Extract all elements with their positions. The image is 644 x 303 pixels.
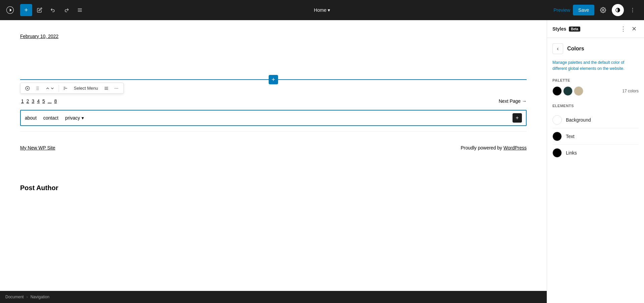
swatch-tan[interactable]	[574, 86, 583, 96]
colors-description: Manage palettes and the default color of…	[552, 59, 639, 72]
background-label: Background	[566, 117, 591, 123]
wordpress-link[interactable]: WordPress	[503, 145, 527, 150]
links-label: Links	[566, 150, 577, 156]
panel-content: ‹ Colors Manage palettes and the default…	[547, 38, 644, 303]
svg-point-13	[38, 87, 39, 87]
elements-section-label: ELEMENTS	[552, 104, 639, 108]
select-menu-button[interactable]: Select Menu	[71, 84, 101, 92]
add-block-button[interactable]: +	[20, 4, 32, 16]
links-swatch	[552, 148, 562, 158]
colors-title: Colors	[567, 46, 584, 52]
add-block-line: +	[20, 79, 527, 80]
chevron-down-icon: ▾	[328, 7, 330, 13]
add-block-plus-button[interactable]: +	[269, 75, 278, 84]
palette-section: PALETTE 17 colors	[552, 78, 639, 96]
contrast-button[interactable]	[612, 4, 624, 16]
list-view-button[interactable]	[74, 4, 86, 16]
justify-left-button[interactable]	[61, 85, 70, 92]
element-links[interactable]: Links	[552, 145, 639, 161]
nav-item-about[interactable]: about	[25, 115, 37, 121]
top-toolbar: + Home ▾ Preview Save	[0, 0, 644, 20]
nav-add-item-button[interactable]: +	[513, 113, 522, 123]
page-5[interactable]: 5	[41, 98, 46, 104]
svg-point-26	[117, 88, 118, 89]
breadcrumb-separator: ›	[26, 295, 28, 299]
svg-point-12	[37, 87, 37, 87]
elements-section: ELEMENTS Background Text Links	[552, 104, 639, 161]
save-button[interactable]: Save	[573, 5, 594, 15]
colors-header: ‹ Colors	[552, 43, 639, 54]
toolbar-right-actions: Preview Save	[553, 4, 639, 16]
nav-items: about contact privacy ▾	[25, 115, 84, 121]
block-toolbar: Select Menu	[20, 83, 124, 94]
beta-badge: Beta	[569, 27, 580, 32]
palette-section-label: PALETTE	[552, 78, 639, 82]
page-selector-dropdown[interactable]: Home ▾	[314, 7, 330, 13]
page-8[interactable]: 8	[53, 98, 58, 104]
undo-button[interactable]	[47, 4, 59, 16]
preview-button[interactable]: Preview	[553, 7, 570, 13]
block-line-left	[20, 79, 273, 80]
post-author-section: Post Author	[20, 177, 527, 199]
chevron-down-icon: ▾	[82, 115, 84, 121]
styles-label: Styles	[552, 26, 566, 32]
settings-button[interactable]	[597, 4, 609, 16]
footer-area: My New WP Site Proudly powered by WordPr…	[20, 131, 527, 164]
more-block-options-button[interactable]	[112, 85, 121, 92]
powered-text: Proudly powered by	[461, 145, 503, 150]
redo-button[interactable]	[60, 4, 72, 16]
svg-point-6	[632, 8, 633, 9]
svg-point-7	[632, 10, 633, 10]
svg-point-14	[37, 88, 37, 89]
canvas: February 10, 2022 + Select Menu	[0, 20, 547, 303]
breadcrumb: Document › Navigation	[0, 291, 547, 303]
panel-close-button[interactable]: ✕	[629, 24, 639, 34]
powered-by: Proudly powered by WordPress	[461, 145, 527, 150]
nav-item-privacy[interactable]: privacy ▾	[65, 115, 84, 121]
back-button[interactable]: ‹	[552, 43, 563, 54]
svg-point-25	[116, 88, 117, 89]
toolbar-divider	[59, 85, 59, 92]
page-3[interactable]: 3	[31, 98, 36, 104]
right-panel: Styles Beta ⋮ ✕ ‹ Colors Manage palettes…	[547, 20, 644, 303]
panel-header-actions: ⋮ ✕	[619, 24, 639, 34]
move-up-down-button[interactable]	[43, 85, 57, 92]
panel-more-button[interactable]: ⋮	[619, 24, 628, 34]
main-area: February 10, 2022 + Select Menu	[0, 20, 644, 303]
edit-pencil-button[interactable]	[34, 4, 46, 16]
next-page-link[interactable]: Next Page →	[499, 98, 527, 104]
page-title-area: Home ▾	[314, 7, 330, 13]
breadcrumb-navigation[interactable]: Navigation	[31, 295, 50, 299]
text-label: Text	[566, 134, 575, 139]
palette-row: 17 colors	[552, 86, 639, 96]
swatch-dark-green[interactable]	[563, 86, 573, 96]
drag-handle-button[interactable]	[33, 85, 42, 92]
page-2[interactable]: 2	[25, 98, 30, 104]
text-swatch	[552, 132, 562, 141]
pagination-numbers: 1 2 3 4 5 ... 8	[20, 98, 58, 104]
wp-logo[interactable]	[4, 4, 16, 16]
svg-point-4	[602, 9, 604, 11]
site-name-link[interactable]: My New WP Site	[20, 145, 55, 150]
page-name: Home	[314, 7, 326, 13]
background-swatch	[552, 115, 562, 125]
element-background[interactable]: Background	[552, 112, 639, 128]
element-text[interactable]: Text	[552, 128, 639, 145]
svg-point-16	[37, 89, 37, 90]
swatch-black[interactable]	[552, 86, 562, 96]
page-1[interactable]: 1	[20, 98, 25, 104]
palette-count: 17 colors	[622, 89, 639, 93]
more-options-button[interactable]	[627, 4, 639, 16]
breadcrumb-document[interactable]: Document	[5, 295, 24, 299]
svg-point-24	[115, 88, 115, 89]
svg-point-15	[38, 88, 39, 89]
pagination-row: 1 2 3 4 5 ... 8 Next Page →	[20, 95, 527, 107]
page-4[interactable]: 4	[36, 98, 41, 104]
block-type-icon-button[interactable]	[23, 85, 32, 92]
date-label: February 10, 2022	[20, 34, 527, 39]
navigation-block: about contact privacy ▾ +	[20, 110, 527, 126]
nav-item-contact[interactable]: contact	[43, 115, 58, 121]
align-button[interactable]	[102, 85, 111, 92]
post-author-title: Post Author	[20, 184, 527, 192]
svg-point-17	[38, 89, 39, 90]
